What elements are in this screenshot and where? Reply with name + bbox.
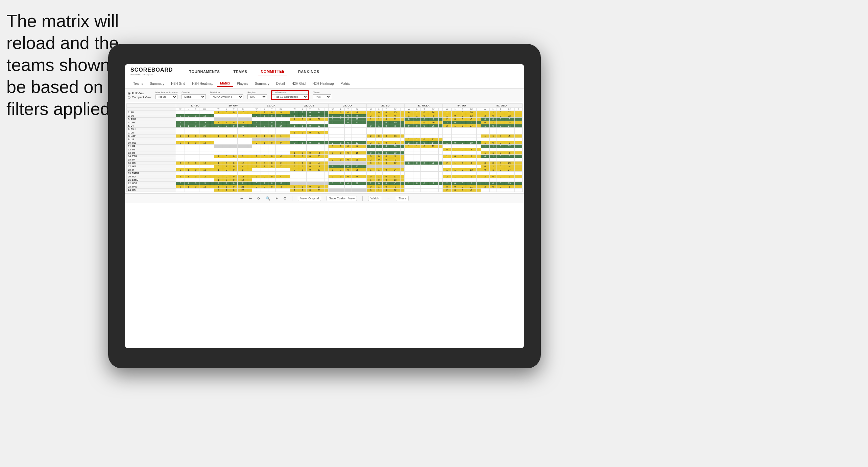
matrix-cell bbox=[344, 189, 352, 192]
matrix-cell: 0 bbox=[337, 175, 344, 178]
matrix-cell: 2 bbox=[442, 182, 451, 185]
subnav-h2h-grid-2[interactable]: H2H Grid bbox=[289, 81, 308, 87]
refresh-icon[interactable]: ⟳ bbox=[257, 196, 260, 201]
matrix-cell: 0 bbox=[223, 124, 230, 128]
matrix-cell bbox=[401, 134, 405, 138]
subnav-players[interactable]: Players bbox=[234, 81, 251, 87]
matrix-cell bbox=[337, 178, 344, 182]
matrix-cell bbox=[248, 114, 252, 118]
matrix-cell: 4 bbox=[314, 162, 324, 165]
matrix-cell bbox=[210, 168, 214, 172]
matrix-wrapper[interactable]: 3. ASU 10. UW 11. UA 22. UCB 24. UO 27. … bbox=[125, 102, 524, 193]
matrix-cell bbox=[230, 138, 238, 141]
matrix-cell bbox=[352, 138, 362, 141]
save-custom-btn[interactable]: Save Custom View bbox=[327, 196, 357, 201]
matrix-cell bbox=[405, 128, 413, 131]
subnav-matrix[interactable]: Matrix bbox=[217, 80, 233, 87]
corner-header bbox=[127, 104, 176, 108]
row-label: 10. UW bbox=[127, 141, 176, 145]
matrix-cell: 1 bbox=[489, 151, 497, 155]
subnav-matrix-2[interactable]: Matrix bbox=[338, 81, 353, 87]
matrix-cell bbox=[515, 124, 523, 128]
zoom-out-icon[interactable]: 🔍 bbox=[266, 196, 270, 201]
matrix-cell bbox=[314, 158, 324, 162]
matrix-cell bbox=[248, 124, 252, 128]
view-original-btn[interactable]: View: Original bbox=[298, 196, 321, 201]
matrix-cell bbox=[362, 168, 366, 172]
matrix-cell bbox=[328, 148, 337, 151]
matrix-cell bbox=[497, 178, 504, 182]
matrix-cell: -1 bbox=[275, 121, 286, 124]
conference-select[interactable]: Pac-12 Conference (All) ACC Big Ten SEC bbox=[272, 94, 308, 99]
matrix-cell bbox=[210, 172, 214, 175]
settings-icon[interactable]: ⚙ bbox=[283, 196, 287, 201]
subnav-h2h-grid[interactable]: H2H Grid bbox=[168, 81, 188, 87]
matrix-cell bbox=[366, 148, 375, 151]
matrix-cell bbox=[489, 158, 497, 162]
matrix-cell bbox=[268, 168, 276, 172]
gender-select[interactable]: Men's Women's bbox=[182, 94, 206, 99]
nav-teams[interactable]: TEAMS bbox=[231, 68, 250, 75]
matrix-cell: -3 bbox=[275, 185, 286, 189]
matrix-cell: 0 bbox=[366, 162, 375, 165]
matrix-cell bbox=[290, 134, 299, 138]
matrix-cell bbox=[428, 172, 438, 175]
share-icon[interactable]: ⋯ bbox=[387, 196, 390, 201]
team-select[interactable]: (All) bbox=[313, 94, 331, 99]
matrix-cell bbox=[438, 151, 442, 155]
matrix-cell: 0 bbox=[314, 111, 324, 114]
nav-committee[interactable]: COMMITTEE bbox=[258, 68, 287, 75]
matrix-cell: 0 bbox=[383, 121, 390, 124]
matrix-cell bbox=[428, 128, 438, 131]
matrix-cell: 0 bbox=[481, 162, 489, 165]
table-row: 18. U0101310092002811025110241101301027 bbox=[127, 168, 523, 172]
matrix-cell bbox=[362, 114, 366, 118]
subnav-summary-2[interactable]: Summary bbox=[252, 81, 272, 87]
matrix-cell bbox=[477, 121, 481, 124]
matrix-cell bbox=[390, 165, 400, 168]
matrix-cell bbox=[192, 148, 199, 151]
zoom-in-icon[interactable]: + bbox=[276, 196, 278, 200]
matrix-cell bbox=[344, 178, 352, 182]
matrix-cell bbox=[497, 189, 504, 192]
matrix-cell bbox=[466, 172, 477, 175]
matrix-cell bbox=[337, 138, 344, 141]
matrix-cell bbox=[481, 189, 489, 192]
view-full-option[interactable]: Full View bbox=[128, 92, 151, 95]
undo-icon[interactable]: ↩ bbox=[240, 196, 243, 201]
matrix-cell: -6 bbox=[504, 151, 514, 155]
subnav-h2h-heatmap[interactable]: H2H Heatmap bbox=[189, 81, 216, 87]
nav-rankings[interactable]: RANKINGS bbox=[295, 68, 322, 75]
subnav-detail[interactable]: Detail bbox=[273, 81, 288, 87]
matrix-cell: 13 bbox=[466, 168, 477, 172]
view-compact-option[interactable]: Compact View bbox=[128, 96, 151, 99]
nav-tournaments[interactable]: TOURNAMENTS bbox=[187, 68, 223, 75]
matrix-cell bbox=[401, 162, 405, 165]
redo-icon[interactable]: ↪ bbox=[249, 196, 252, 201]
matrix-cell: 0 bbox=[306, 141, 314, 145]
matrix-cell: 0 bbox=[459, 148, 466, 151]
matrix-cell bbox=[248, 148, 252, 151]
share-btn[interactable]: Share bbox=[396, 196, 409, 201]
matrix-cell: 0 bbox=[489, 185, 497, 189]
table-row: 5. UT11017000192001411012010300026210271… bbox=[127, 124, 523, 128]
matrix-cell bbox=[210, 138, 214, 141]
row-label: 20. UG bbox=[127, 175, 176, 178]
matrix-cell bbox=[413, 168, 421, 172]
subnav-teams[interactable]: Teams bbox=[130, 81, 146, 87]
max-teams-select[interactable]: Top 25 Top 10 All bbox=[155, 94, 177, 99]
matrix-cell bbox=[477, 151, 481, 155]
matrix-cell bbox=[428, 189, 438, 192]
matrix-cell bbox=[275, 158, 286, 162]
matrix-cell: 26 bbox=[428, 121, 438, 124]
matrix-cell bbox=[390, 138, 400, 141]
watch-btn[interactable]: Watch bbox=[368, 196, 381, 201]
region-select[interactable]: N/A East West bbox=[247, 94, 267, 99]
matrix-cell: 0 bbox=[344, 168, 352, 172]
subnav-h2h-heatmap-2[interactable]: H2H Heatmap bbox=[310, 81, 336, 87]
division-select[interactable]: NCAA Division I NCAA Division II bbox=[210, 94, 243, 99]
subnav-summary-1[interactable]: Summary bbox=[147, 81, 167, 87]
matrix-cell: -5 bbox=[314, 151, 324, 155]
matrix-cell: 0 bbox=[489, 175, 497, 178]
matrix-cell bbox=[299, 148, 307, 151]
